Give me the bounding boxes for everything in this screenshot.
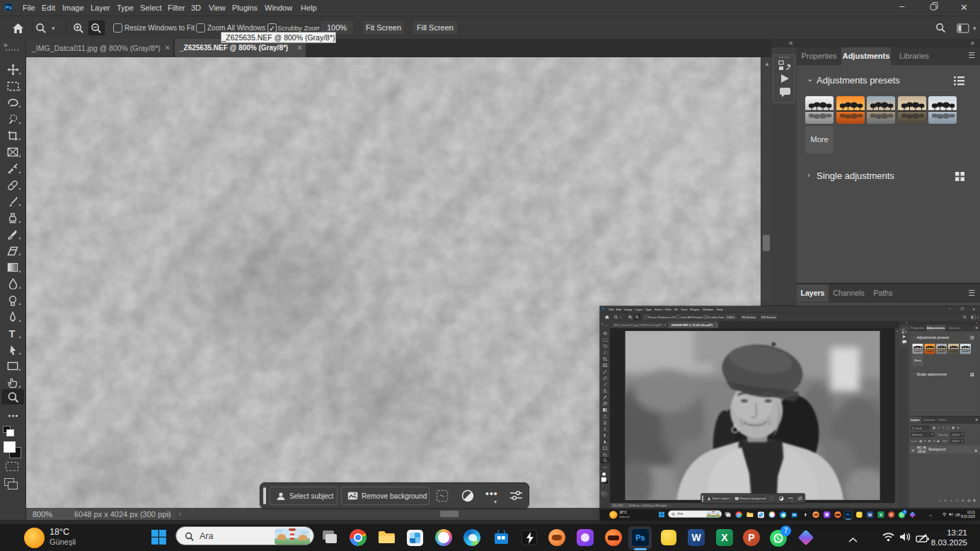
svg-text:T: T [604,434,606,438]
svg-text:T: T [8,328,15,339]
